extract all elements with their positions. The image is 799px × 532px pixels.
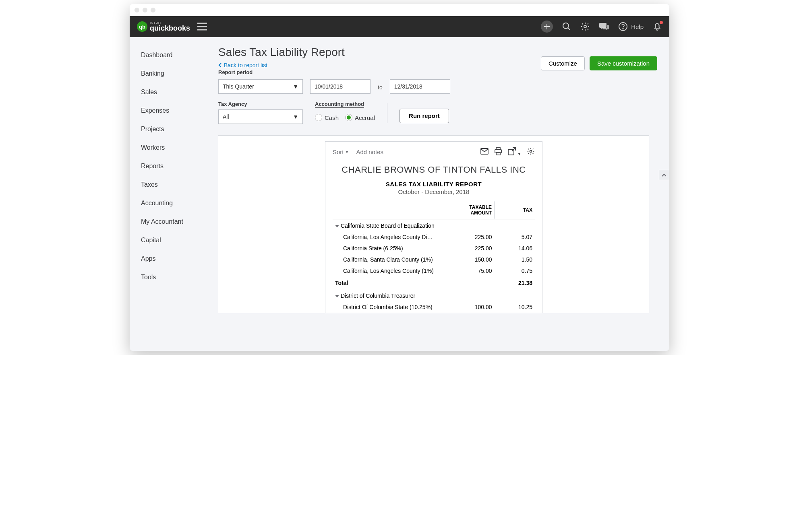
- save-customization-button[interactable]: Save customization: [590, 56, 657, 70]
- sidebar-item-workers[interactable]: Workers: [130, 138, 210, 157]
- table-row: District Of Columbia State (10.25%) 100.…: [333, 301, 535, 313]
- collapse-panel-button[interactable]: [659, 170, 669, 180]
- period-select[interactable]: This Quarter ▼: [218, 79, 303, 94]
- cash-radio[interactable]: Cash: [315, 114, 339, 121]
- sidebar-item-taxes[interactable]: Taxes: [130, 175, 210, 194]
- chevron-down-icon: ▼: [293, 83, 298, 90]
- report-period-label: Report period: [218, 69, 345, 75]
- sidebar-item-dashboard[interactable]: Dashboard: [130, 46, 210, 64]
- add-icon[interactable]: [541, 21, 553, 33]
- window-titlebar: [130, 4, 669, 16]
- group-name: California State Board of Equalization: [341, 223, 435, 229]
- traffic-light[interactable]: [135, 8, 139, 12]
- company-name: CHARLIE BROWNS OF TINTON FALLS INC: [333, 165, 535, 175]
- svg-point-0: [563, 23, 569, 29]
- caret-down-icon: [335, 295, 339, 297]
- to-label: to: [378, 84, 383, 94]
- tax-agency-label: Tax Agency: [218, 101, 303, 107]
- group-name: District of Columbia Treasurer: [341, 293, 415, 299]
- sidebar-item-expenses[interactable]: Expenses: [130, 101, 210, 120]
- settings-gear-icon[interactable]: [527, 147, 535, 157]
- report-date-range: October - December, 2018: [333, 188, 535, 195]
- email-icon[interactable]: [480, 148, 489, 156]
- search-icon[interactable]: [562, 22, 571, 31]
- accrual-label: Accrual: [355, 114, 375, 121]
- date-to-input[interactable]: 12/31/2018: [390, 79, 450, 94]
- group-row[interactable]: District of Columbia Treasurer: [333, 289, 535, 301]
- report-table: TAXABLE AMOUNT TAX California State Boar…: [333, 201, 535, 313]
- cash-label: Cash: [325, 114, 339, 121]
- sidebar-item-sales[interactable]: Sales: [130, 83, 210, 101]
- svg-point-1: [584, 25, 586, 28]
- customize-button[interactable]: Customize: [541, 56, 585, 70]
- sidebar-item-capital[interactable]: Capital: [130, 231, 210, 250]
- back-link[interactable]: Back to report list: [218, 62, 345, 68]
- sidebar-item-accounting[interactable]: Accounting: [130, 194, 210, 212]
- help-button[interactable]: Help: [618, 22, 644, 31]
- sidebar-item-apps[interactable]: Apps: [130, 250, 210, 268]
- total-row: Total 21.38: [333, 276, 535, 289]
- brand-name: quickbooks: [150, 25, 190, 32]
- chat-icon[interactable]: [599, 22, 609, 31]
- print-icon[interactable]: [494, 147, 502, 157]
- chevron-down-icon: ▼: [517, 152, 521, 156]
- tax-agency-select[interactable]: All ▼: [218, 109, 303, 124]
- add-notes-button[interactable]: Add notes: [356, 148, 383, 155]
- traffic-light[interactable]: [151, 8, 155, 12]
- sidebar-item-banking[interactable]: Banking: [130, 64, 210, 83]
- sort-label: Sort: [333, 148, 344, 155]
- table-row: California, Los Angeles County (1%) 75.0…: [333, 265, 535, 276]
- sidebar: Dashboard Banking Sales Expenses Project…: [130, 37, 210, 351]
- svg-rect-7: [496, 152, 500, 155]
- export-icon[interactable]: ▼: [508, 147, 521, 157]
- sidebar-item-projects[interactable]: Projects: [130, 120, 210, 138]
- back-link-label: Back to report list: [224, 62, 267, 68]
- bell-icon[interactable]: [652, 22, 662, 31]
- svg-point-3: [623, 29, 623, 29]
- report-panel: Sort ▼ Add notes: [218, 135, 649, 313]
- notification-dot: [660, 21, 663, 24]
- accounting-method-label: Accounting method: [315, 101, 375, 108]
- table-row: California, Los Angeles County Di… 225.0…: [333, 231, 535, 243]
- col-taxable-amount: TAXABLE AMOUNT: [446, 201, 494, 219]
- sidebar-item-tools[interactable]: Tools: [130, 268, 210, 287]
- page-title: Sales Tax Liability Report: [218, 46, 345, 59]
- qb-logo-icon: qb: [137, 21, 147, 32]
- accrual-radio[interactable]: Accrual: [345, 114, 375, 121]
- menu-icon[interactable]: [197, 23, 207, 31]
- period-value: This Quarter: [223, 83, 254, 90]
- date-from-input[interactable]: 10/01/2018: [310, 79, 371, 94]
- col-tax: TAX: [495, 201, 535, 219]
- gear-icon[interactable]: [580, 22, 590, 31]
- caret-down-icon: [335, 225, 339, 227]
- tax-agency-value: All: [223, 113, 229, 120]
- help-label: Help: [631, 23, 644, 30]
- svg-point-9: [530, 151, 532, 153]
- table-row: California, Santa Clara County (1%) 150.…: [333, 254, 535, 265]
- brand-logo[interactable]: qb INTUIT quickbooks: [137, 21, 190, 32]
- table-row: California State (6.25%) 225.00 14.06: [333, 243, 535, 254]
- run-report-button[interactable]: Run report: [400, 109, 449, 123]
- sort-button[interactable]: Sort ▼: [333, 148, 349, 155]
- sidebar-item-reports[interactable]: Reports: [130, 157, 210, 175]
- chevron-down-icon: ▼: [345, 150, 349, 154]
- traffic-light[interactable]: [143, 8, 147, 12]
- radio-icon: [315, 114, 322, 121]
- date-from-value: 10/01/2018: [315, 83, 343, 90]
- group-row[interactable]: California State Board of Equalization: [333, 219, 535, 232]
- radio-icon: [345, 114, 352, 121]
- divider: [387, 103, 387, 123]
- sidebar-item-my-accountant[interactable]: My Accountant: [130, 212, 210, 231]
- date-to-value: 12/31/2018: [394, 83, 422, 90]
- top-navbar: qb INTUIT quickbooks: [130, 16, 669, 37]
- report-name: SALES TAX LIABILITY REPORT: [333, 181, 535, 188]
- chevron-down-icon: ▼: [293, 113, 298, 120]
